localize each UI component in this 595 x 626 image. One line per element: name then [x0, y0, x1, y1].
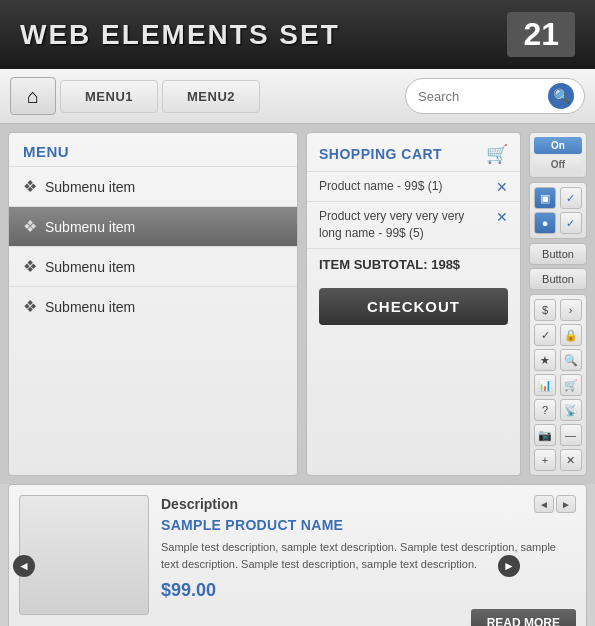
icon-star[interactable]: ★: [534, 349, 556, 371]
small-button-1[interactable]: Button: [529, 243, 587, 265]
small-button-2[interactable]: Button: [529, 268, 587, 290]
icon-chevron-right[interactable]: ›: [560, 299, 582, 321]
icon-rss[interactable]: 📡: [560, 399, 582, 421]
menu-item-label-1: Submenu item: [45, 179, 135, 195]
product-nav-arrows: ◄ ►: [534, 495, 576, 513]
cart-remove-1[interactable]: ✕: [496, 179, 508, 195]
product-name: SAMPLE PRODUCT NAME: [161, 517, 576, 533]
cart-title: SHOPPING CART: [319, 146, 442, 162]
menu2-nav-item[interactable]: MENU2: [162, 80, 260, 113]
cart-icon: 🛒: [486, 143, 508, 165]
menu-bullet-icon-2: ❖: [23, 217, 37, 236]
next-icon: ►: [503, 559, 515, 573]
menu-bullet-icon-4: ❖: [23, 297, 37, 316]
menu-item-2[interactable]: ❖ Submenu item: [9, 206, 297, 246]
menu-item-4[interactable]: ❖ Submenu item: [9, 286, 297, 326]
product-price: $99.00: [161, 580, 576, 601]
icon-minus[interactable]: —: [560, 424, 582, 446]
header: WEB ELEMENTS SET 21: [0, 0, 595, 69]
product-desc-header: Description ◄ ►: [161, 495, 576, 513]
widget-icon-circle[interactable]: ●: [534, 212, 556, 234]
home-icon: ⌂: [27, 85, 39, 108]
cart-item-2: Product very very very very long name - …: [307, 201, 520, 248]
icon-question[interactable]: ?: [534, 399, 556, 421]
cart-header: SHOPPING CART 🛒: [307, 133, 520, 171]
toggle-on-button[interactable]: On: [534, 137, 582, 154]
widget-icon-check1[interactable]: ✓: [560, 187, 582, 209]
button-group: Button Button: [529, 243, 587, 290]
menu-item-1[interactable]: ❖ Submenu item: [9, 166, 297, 206]
menu-item-label-4: Submenu item: [45, 299, 135, 315]
header-title: WEB ELEMENTS SET: [20, 19, 340, 51]
icon-chart[interactable]: 📊: [534, 374, 556, 396]
product-arrow-left[interactable]: ◄: [534, 495, 554, 513]
cart-item-text-1: Product name - 99$ (1): [319, 178, 490, 195]
icon-grid-1: $ › ✓ 🔒 ★ 🔍 📊 🛒 ? 📡 📷 — + ✕: [529, 294, 587, 476]
toggle-off-button[interactable]: Off: [534, 156, 582, 173]
product-desc-label: Description: [161, 496, 238, 512]
search-icon[interactable]: 🔍: [548, 83, 574, 109]
icon-lock[interactable]: 🔒: [560, 324, 582, 346]
prev-icon: ◄: [18, 559, 30, 573]
menu-bullet-icon-3: ❖: [23, 257, 37, 276]
product-next-button[interactable]: ►: [498, 555, 520, 577]
menu-bullet-icon: ❖: [23, 177, 37, 196]
product-prev-button[interactable]: ◄: [13, 555, 35, 577]
cart-item-1: Product name - 99$ (1) ✕: [307, 171, 520, 201]
cart-subtotal: ITEM SUBTOTAL: 198$: [307, 248, 520, 280]
icon-check[interactable]: ✓: [534, 324, 556, 346]
read-more-button[interactable]: READ MORE: [471, 609, 576, 626]
icon-cart[interactable]: 🛒: [560, 374, 582, 396]
icon-dollar[interactable]: $: [534, 299, 556, 321]
menu-item-label-3: Submenu item: [45, 259, 135, 275]
cart-item-text-2: Product very very very very long name - …: [319, 208, 490, 242]
icon-plus[interactable]: +: [534, 449, 556, 471]
menu-item-label-2: Submenu item: [45, 219, 135, 235]
search-bar: 🔍: [405, 78, 585, 114]
menu-panel: MENU ❖ Submenu item ❖ Submenu item ❖ Sub…: [8, 132, 298, 476]
main-content: MENU ❖ Submenu item ❖ Submenu item ❖ Sub…: [0, 124, 595, 484]
product-image: [19, 495, 149, 615]
icon-close[interactable]: ✕: [560, 449, 582, 471]
icon-camera[interactable]: 📷: [534, 424, 556, 446]
icon-search[interactable]: 🔍: [560, 349, 582, 371]
right-sidebar: On Off ▣ ✓ ● ✓ Button Button $ › ✓ 🔒 ★ 🔍…: [529, 132, 587, 476]
widget-icon-square[interactable]: ▣: [534, 187, 556, 209]
cart-panel: SHOPPING CART 🛒 Product name - 99$ (1) ✕…: [306, 132, 521, 476]
header-number: 21: [507, 12, 575, 57]
menu-item-3[interactable]: ❖ Submenu item: [9, 246, 297, 286]
menu-title: MENU: [9, 133, 297, 166]
search-input[interactable]: [418, 89, 548, 104]
menu1-nav-item[interactable]: MENU1: [60, 80, 158, 113]
product-arrow-right[interactable]: ►: [556, 495, 576, 513]
cart-remove-2[interactable]: ✕: [496, 209, 508, 225]
home-button[interactable]: ⌂: [10, 77, 56, 115]
checkout-button[interactable]: CHECKOUT: [319, 288, 508, 325]
widget-icon-check2[interactable]: ✓: [560, 212, 582, 234]
product-section: ◄ ► Description ◄ ► SAMPLE PRODUCT NAME …: [8, 484, 587, 626]
widget-icons-group: ▣ ✓ ● ✓: [529, 182, 587, 239]
navbar: ⌂ MENU1 MENU2 🔍: [0, 69, 595, 124]
toggle-group: On Off: [529, 132, 587, 178]
